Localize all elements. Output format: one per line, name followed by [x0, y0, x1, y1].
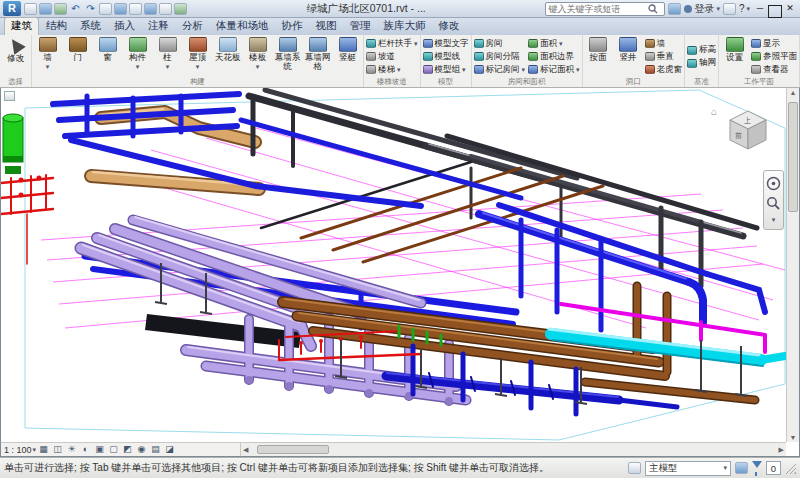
btn-vertical-opening[interactable]: 垂直: [644, 51, 684, 63]
tab-structure[interactable]: 结构: [40, 18, 73, 35]
scale-control[interactable]: 1 : 100: [4, 445, 32, 455]
visual-style-icon[interactable]: ◫: [51, 443, 64, 456]
horizontal-scroll-thumb[interactable]: [257, 445, 329, 454]
tab-systems[interactable]: 系统: [74, 18, 107, 35]
btn-shaft[interactable]: 竖井: [614, 36, 643, 77]
btn-room[interactable]: 房间: [473, 38, 527, 50]
filter-icon[interactable]: [752, 463, 762, 474]
tab-architecture[interactable]: 建筑: [4, 17, 39, 35]
sync-icon[interactable]: [54, 3, 67, 15]
view-window-icon[interactable]: [4, 91, 15, 101]
btn-tag-area[interactable]: 标记面积▾: [527, 64, 581, 76]
chevron-down-icon[interactable]: ▾: [772, 216, 776, 224]
tab-massing-site[interactable]: 体量和场地: [210, 18, 275, 35]
panel-name[interactable]: 洞口: [584, 77, 684, 87]
btn-model-text[interactable]: 模型文字: [422, 38, 470, 50]
btn-door[interactable]: 门: [63, 36, 92, 77]
section-icon[interactable]: [159, 3, 172, 15]
help-control[interactable]: ? ▾: [739, 3, 750, 14]
search-input[interactable]: [548, 3, 646, 14]
btn-curtain-system[interactable]: 幕墙系统: [273, 36, 302, 77]
btn-curtain-grid[interactable]: 幕墙网格: [303, 36, 332, 77]
redo-icon[interactable]: ↷: [84, 3, 97, 15]
home-icon[interactable]: ⌂: [711, 106, 717, 117]
exchange-icon[interactable]: [668, 3, 681, 15]
panel-name[interactable]: 构建: [33, 77, 362, 87]
scroll-left-icon[interactable]: ◀: [243, 446, 248, 454]
panel-name[interactable]: 房间和面积: [473, 77, 581, 87]
undo-icon[interactable]: ↶: [69, 3, 82, 15]
measure-icon[interactable]: [114, 3, 127, 15]
panel-name[interactable]: 选择: [1, 77, 30, 87]
model-canvas[interactable]: [1, 88, 788, 443]
tab-family-master[interactable]: 族库大师: [378, 18, 432, 35]
btn-set-workplane[interactable]: 设置: [720, 36, 749, 77]
btn-room-separator[interactable]: 房间分隔: [473, 51, 527, 63]
app-store-icon[interactable]: [723, 3, 736, 15]
design-option-select[interactable]: 主模型 ▾: [645, 461, 731, 476]
btn-show-workplane[interactable]: 显示: [750, 38, 798, 50]
steering-wheel-icon[interactable]: [766, 176, 781, 191]
app-menu-button[interactable]: R: [3, 1, 21, 16]
close-button[interactable]: ✕: [783, 2, 797, 15]
btn-column[interactable]: 柱▾: [153, 36, 182, 77]
panel-name[interactable]: 楼梯坡道: [365, 77, 419, 87]
shadows-icon[interactable]: ◐: [79, 443, 92, 456]
btn-window[interactable]: 窗: [93, 36, 122, 77]
print-icon[interactable]: [99, 3, 112, 15]
panel-name[interactable]: 工作平面: [720, 77, 798, 87]
btn-ramp[interactable]: 坡道: [365, 51, 419, 63]
btn-grid[interactable]: 轴网: [686, 57, 717, 69]
tab-view[interactable]: 视图: [310, 18, 343, 35]
search-icon[interactable]: [648, 4, 658, 14]
restore-button[interactable]: [768, 2, 782, 15]
reveal-hidden-icon[interactable]: ◉: [135, 443, 148, 456]
btn-model-group[interactable]: 模型组▾: [422, 64, 470, 76]
btn-stair[interactable]: 楼梯▾: [365, 64, 419, 76]
sun-path-icon[interactable]: ☀: [65, 443, 78, 456]
tab-annotate[interactable]: 注释: [142, 18, 175, 35]
btn-roof[interactable]: 屋顶▾: [183, 36, 212, 77]
btn-floor[interactable]: 楼板▾: [243, 36, 272, 77]
btn-dormer[interactable]: 老虎窗: [644, 64, 684, 76]
scroll-up-icon[interactable]: ▲: [790, 89, 797, 96]
btn-mullion[interactable]: 竖梃: [333, 36, 362, 77]
detail-level-icon[interactable]: ▦: [37, 443, 50, 456]
zoom-icon[interactable]: [766, 196, 781, 211]
drawing-area[interactable]: ⌂ 上 前 ▾ ▲ ▼ 1 : 100 ▾ ▦ ◫ ☀ ◐ ▣ ▢ ◩ ◉ ▤ …: [0, 88, 800, 457]
scroll-down-icon[interactable]: ▼: [790, 434, 797, 441]
temporary-view-properties-icon[interactable]: ▤: [149, 443, 162, 456]
panel-name[interactable]: 模型: [422, 77, 470, 87]
temporary-hide-isolate-icon[interactable]: ◩: [121, 443, 134, 456]
tag-icon[interactable]: [129, 3, 142, 15]
show-crop-icon[interactable]: ▢: [107, 443, 120, 456]
btn-ref-plane[interactable]: 参照平面: [750, 51, 798, 63]
crop-view-icon[interactable]: ▣: [93, 443, 106, 456]
viewcube[interactable]: 上 前: [723, 108, 773, 154]
vertical-scroll-thumb[interactable]: [788, 102, 798, 212]
tab-modify[interactable]: 修改: [433, 18, 466, 35]
signin-control[interactable]: 登录 ▾: [684, 2, 720, 16]
horizontal-scrollbar[interactable]: ◀ ▶: [241, 442, 786, 456]
scroll-right-icon[interactable]: ▶: [779, 446, 784, 454]
open-icon[interactable]: [24, 3, 37, 15]
btn-modify[interactable]: 修改: [1, 36, 30, 77]
btn-viewer[interactable]: 查看器: [750, 64, 798, 76]
btn-model-line[interactable]: 模型线: [422, 51, 470, 63]
btn-level[interactable]: 标高: [686, 44, 717, 56]
tab-insert[interactable]: 插入: [108, 18, 141, 35]
resize-grip[interactable]: [785, 463, 796, 474]
minimize-button[interactable]: ─: [753, 2, 767, 15]
worksharing-icon[interactable]: [628, 462, 641, 474]
constraints-icon[interactable]: ◪: [163, 443, 176, 456]
btn-area-boundary[interactable]: 面积边界: [527, 51, 581, 63]
btn-railing[interactable]: 栏杆扶手▾: [365, 38, 419, 50]
btn-by-face[interactable]: 按面: [584, 36, 613, 77]
panel-name[interactable]: 基准: [686, 77, 717, 87]
btn-tag-room[interactable]: 标记房间▾: [473, 64, 527, 76]
thin-lines-icon[interactable]: [174, 3, 187, 15]
save-icon[interactable]: [39, 3, 52, 15]
btn-ceiling[interactable]: 天花板: [213, 36, 242, 77]
tab-collaborate[interactable]: 协作: [276, 18, 309, 35]
editable-only-icon[interactable]: [735, 462, 748, 474]
